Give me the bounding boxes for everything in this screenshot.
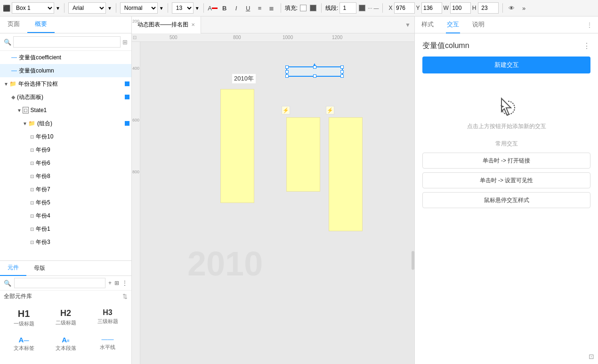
- interaction-option-3[interactable]: 鼠标悬停交互样式: [422, 192, 590, 208]
- lightning-icon-2[interactable]: ⚡: [326, 106, 334, 114]
- fill-color-empty[interactable]: [300, 5, 307, 11]
- more-icon[interactable]: ⋮: [122, 280, 128, 286]
- font-select[interactable]: Arial: [68, 2, 106, 14]
- toggle-state1[interactable]: ▼: [17, 108, 22, 113]
- x-input[interactable]: [394, 2, 415, 14]
- font-group: Arial ▼: [68, 2, 112, 14]
- tab-outline[interactable]: 概要: [27, 16, 55, 33]
- tree-item-year10[interactable]: ⊡ 年份10: [0, 130, 131, 143]
- item-label-year6: 年份6: [36, 159, 129, 167]
- item-label-coeff: 变量值coefficient: [19, 54, 129, 62]
- right-tab-notes[interactable]: 说明: [471, 16, 485, 33]
- filter-icon[interactable]: ⊞: [122, 39, 128, 46]
- more-options-button[interactable]: »: [519, 3, 529, 13]
- component-text-label[interactable]: A— 文本标签: [4, 332, 44, 355]
- w-input[interactable]: [450, 2, 471, 14]
- ruler-left-800: 800: [132, 170, 139, 174]
- toggle-year-select[interactable]: ▼: [4, 81, 8, 87]
- component-h3[interactable]: H3 三级标题: [88, 305, 128, 331]
- interaction-option-1[interactable]: 单击时 -> 打开链接: [422, 153, 590, 169]
- indicator-year-select: [125, 81, 129, 86]
- handle-tl[interactable]: [285, 65, 289, 69]
- canvas-content[interactable]: 2010年 ▲: [140, 42, 414, 364]
- tree-item-year1[interactable]: ⊡ 年份1: [0, 222, 131, 235]
- component-text-para[interactable]: A≡ 文本段落: [46, 332, 86, 355]
- list1-button[interactable]: ≡: [255, 3, 265, 13]
- tree-item-year4[interactable]: ⊡ 年份4: [0, 209, 131, 222]
- line-end-style[interactable]: —: [373, 5, 379, 11]
- outline-search-input[interactable]: [13, 36, 121, 48]
- handle-bl[interactable]: [285, 74, 289, 78]
- fill-color-dark[interactable]: [310, 5, 316, 11]
- new-interaction-button[interactable]: 新建交互: [422, 57, 590, 73]
- right-panel-resize-handle[interactable]: [412, 251, 414, 270]
- tree-item-year9[interactable]: ⊡ 年份9: [0, 143, 131, 156]
- text-para-display: A≡: [62, 336, 70, 344]
- grid-icon[interactable]: ⊞: [114, 280, 119, 286]
- list2-button[interactable]: ≣: [267, 3, 277, 13]
- line-value-input[interactable]: [339, 2, 356, 14]
- component-hline[interactable]: —— 水平线: [88, 332, 128, 355]
- add-component-icon[interactable]: +: [108, 280, 112, 286]
- tree-item-coeff[interactable]: — 变量值coefficient: [0, 51, 131, 64]
- tree-item-year-select[interactable]: ▼ 📁 年份选择下拉框: [0, 77, 131, 90]
- handle-ml[interactable]: [285, 70, 289, 73]
- tab-page[interactable]: 页面: [0, 16, 27, 33]
- lightning-icon-1[interactable]: ⚡: [282, 106, 290, 114]
- h-input[interactable]: [478, 2, 499, 14]
- tree-item-year7[interactable]: ⊡ 年份7: [0, 183, 131, 196]
- tab-masters[interactable]: 母版: [26, 261, 53, 276]
- box-select[interactable]: Box 1: [12, 2, 54, 14]
- handle-tr[interactable]: [340, 65, 344, 69]
- tree-item-year5[interactable]: ⊡ 年份5: [0, 196, 131, 209]
- var-title-row: 变量值column ⋮: [415, 33, 598, 57]
- component-h1[interactable]: H1 一级标题: [4, 305, 44, 331]
- y-input[interactable]: [421, 2, 442, 14]
- underline-button[interactable]: U: [243, 3, 253, 13]
- line-color[interactable]: [359, 5, 365, 11]
- font-dropdown-icon[interactable]: ▼: [107, 6, 112, 11]
- size-dropdown-icon[interactable]: ▼: [195, 6, 200, 11]
- canvas-tab-more[interactable]: ▼: [401, 22, 414, 28]
- tree-item-group[interactable]: ▼ 📁 (组合): [0, 117, 131, 130]
- tab-components[interactable]: 元件: [0, 261, 26, 276]
- toggle-group[interactable]: ▼: [23, 121, 27, 126]
- component-search-input[interactable]: [14, 278, 105, 288]
- handle-mr[interactable]: [340, 70, 344, 73]
- tree-item-year6[interactable]: ⊡ 年份6: [0, 156, 131, 170]
- canvas-tab-chart[interactable]: 动态图表——排名图 ✕: [132, 16, 201, 33]
- rect-icon-year1: ⊡: [30, 226, 34, 232]
- y-label: Y: [416, 5, 420, 11]
- ruler-800: 800: [233, 35, 241, 40]
- tree-item-dynamic-panel[interactable]: ◆ (动态面板): [0, 90, 131, 104]
- right-panel-collapse-icon[interactable]: ⊡: [589, 353, 594, 360]
- var-title-more[interactable]: ⋮: [583, 41, 590, 50]
- style-select[interactable]: Normal: [120, 2, 158, 14]
- italic-button[interactable]: I: [231, 3, 242, 13]
- interaction-option-2[interactable]: 单击时 -> 设置可见性: [422, 172, 590, 188]
- selected-element-box[interactable]: ▲: [286, 66, 343, 77]
- tree-item-column[interactable]: — 变量值column: [0, 64, 131, 77]
- bar-1: [220, 89, 254, 203]
- section-collapse-icon[interactable]: ⇅: [122, 293, 128, 300]
- component-h2[interactable]: H2 二级标题: [46, 305, 86, 331]
- handle-br[interactable]: [340, 74, 344, 78]
- right-tab-style[interactable]: 样式: [420, 16, 435, 33]
- sep4: [203, 3, 204, 13]
- size-select[interactable]: 13: [172, 2, 194, 14]
- canvas-tab-close[interactable]: ✕: [191, 22, 195, 27]
- common-interactions: 常用交互 单击时 -> 打开链接 单击时 -> 设置可见性 鼠标悬停交互样式: [415, 140, 598, 212]
- handle-bc[interactable]: [313, 74, 316, 78]
- right-more-icon[interactable]: ⋮: [587, 22, 592, 28]
- box-dropdown-icon[interactable]: ▼: [56, 6, 60, 11]
- tree-item-year8[interactable]: ⊡ 年份8: [0, 170, 131, 183]
- bold-button[interactable]: B: [219, 3, 230, 13]
- tree-item-year3[interactable]: ⊡ 年份3: [0, 235, 131, 249]
- tree-item-state1[interactable]: ▼ □ State1: [0, 104, 131, 117]
- item-label-column: 变量值column: [19, 67, 129, 75]
- line-style-dots[interactable]: ···: [368, 5, 372, 11]
- visibility-toggle-button[interactable]: 👁: [507, 3, 517, 13]
- style-dropdown-icon[interactable]: ▼: [159, 6, 164, 11]
- font-color-button[interactable]: A: [208, 3, 218, 13]
- right-tab-interact[interactable]: 交互: [446, 16, 460, 33]
